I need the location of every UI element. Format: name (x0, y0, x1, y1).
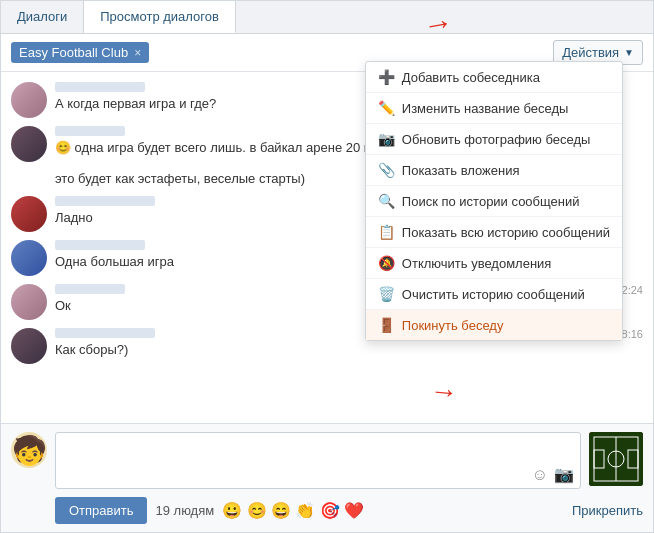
sender-name-blurred (55, 126, 125, 136)
message-input[interactable] (62, 437, 574, 465)
leave-icon: 🚪 (378, 317, 394, 333)
input-box-wrap: ☺ 📷 (55, 432, 581, 489)
dropdown-label: Добавить собеседника (402, 70, 540, 85)
add-icon: ➕ (378, 69, 394, 85)
arrow-to-actions: → (421, 7, 456, 42)
dropdown-item-search-history[interactable]: 🔍 Поиск по истории сообщений (366, 186, 622, 217)
dropdown-item-full-history[interactable]: 📋 Показать всю историю сообщений (366, 217, 622, 248)
dropdown-label: Отключить уведомления (402, 256, 552, 271)
user-avatar: 🧒 (11, 432, 47, 468)
chat-close-button[interactable]: × (134, 46, 141, 60)
camera-icon[interactable]: 📷 (554, 465, 574, 484)
dropdown-label: Изменить название беседы (402, 101, 569, 116)
actions-chevron: ▼ (624, 47, 634, 58)
dropdown-label: Покинуть беседу (402, 318, 504, 333)
arrow-to-leave: → (429, 375, 460, 409)
avatar (11, 126, 47, 162)
attachment-icon: 📎 (378, 162, 394, 178)
chat-title: Easy Football Club (19, 45, 128, 60)
dropdown-item-clear-history[interactable]: 🗑️ Очистить историю сообщений (366, 279, 622, 310)
dropdown-item-rename[interactable]: ✏️ Изменить название беседы (366, 93, 622, 124)
sender-name-blurred (55, 328, 155, 338)
trash-icon: 🗑️ (378, 286, 394, 302)
dropdown-item-add-contact[interactable]: ➕ Добавить собеседника (366, 62, 622, 93)
tab-dialogs[interactable]: Диалоги (1, 1, 84, 33)
attach-button[interactable]: Прикрепить (572, 503, 643, 518)
dropdown-label: Очистить историю сообщений (402, 287, 585, 302)
send-button[interactable]: Отправить (55, 497, 147, 524)
send-row: Отправить 19 людям 😀 😊 😄 👏 🎯 ❤️ Прикрепи… (11, 497, 643, 524)
sender-name-blurred (55, 196, 155, 206)
sender-name-blurred (55, 284, 125, 294)
dropdown-label: Поиск по истории сообщений (402, 194, 580, 209)
input-area: 🧒 ☺ 📷 О (1, 423, 653, 532)
dropdown-item-attachments[interactable]: 📎 Показать вложения (366, 155, 622, 186)
app-container: Диалоги Просмотр диалогов Easy Football … (0, 0, 654, 533)
chat-title-tag: Easy Football Club × (11, 42, 149, 63)
dropdown-label: Обновить фотографию беседы (402, 132, 591, 147)
dropdown-item-update-photo[interactable]: 📷 Обновить фотографию беседы (366, 124, 622, 155)
actions-dropdown: ➕ Добавить собеседника ✏️ Изменить назва… (365, 61, 623, 341)
dropdown-item-leave[interactable]: 🚪 Покинуть беседу (366, 310, 622, 340)
avatar (11, 284, 47, 320)
dropdown-label: Показать всю историю сообщений (402, 225, 610, 240)
emoji-icon[interactable]: ☺ (532, 466, 548, 484)
dropdown-label: Показать вложения (402, 163, 520, 178)
search-icon: 🔍 (378, 193, 394, 209)
send-people-label: 19 людям (155, 503, 214, 518)
avatar (11, 328, 47, 364)
input-icons: ☺ 📷 (62, 465, 574, 484)
tab-view-dialogs[interactable]: Просмотр диалогов (84, 1, 236, 33)
avatar (11, 196, 47, 232)
media-thumbnail (589, 432, 643, 486)
history-icon: 📋 (378, 224, 394, 240)
message-text: Как сборы?) (55, 341, 592, 359)
dropdown-item-mute[interactable]: 🔕 Отключить уведомления (366, 248, 622, 279)
camera-icon: 📷 (378, 131, 394, 147)
sender-name-blurred (55, 82, 145, 92)
mute-icon: 🔕 (378, 255, 394, 271)
actions-label: Действия (562, 45, 619, 60)
tabs-bar: Диалоги Просмотр диалогов (1, 1, 653, 34)
edit-icon: ✏️ (378, 100, 394, 116)
avatar (11, 240, 47, 276)
send-emojis: 😀 😊 😄 👏 🎯 ❤️ (222, 501, 364, 520)
sender-name-blurred (55, 240, 145, 250)
input-row: 🧒 ☺ 📷 (11, 432, 643, 489)
avatar (11, 82, 47, 118)
